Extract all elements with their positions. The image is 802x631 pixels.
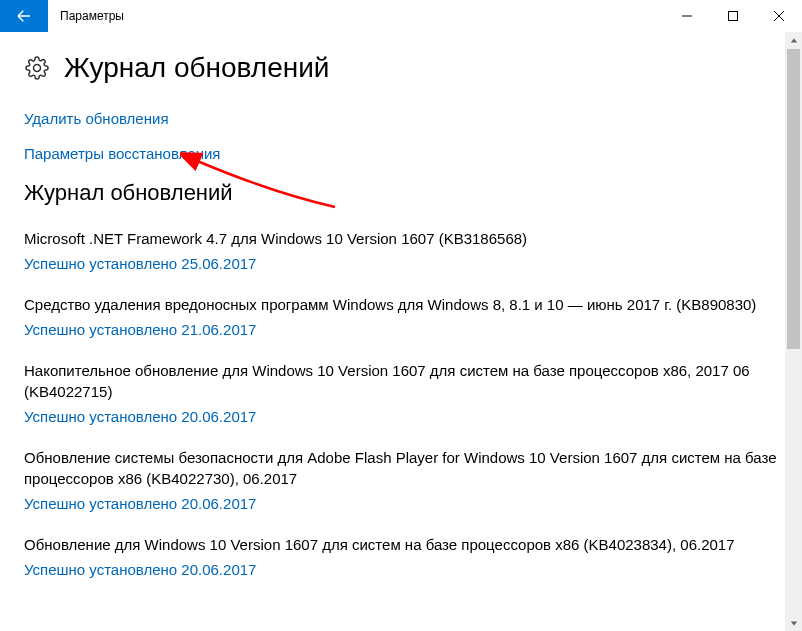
scroll-down-button[interactable] bbox=[785, 614, 802, 631]
update-status[interactable]: Успешно установлено 20.06.2017 bbox=[24, 561, 778, 578]
window-title: Параметры bbox=[48, 0, 124, 32]
update-status[interactable]: Успешно установлено 25.06.2017 bbox=[24, 255, 778, 272]
content-area: Журнал обновлений Удалить обновления Пар… bbox=[0, 32, 802, 631]
back-button[interactable] bbox=[0, 0, 48, 32]
maximize-icon bbox=[728, 11, 738, 21]
page-title: Журнал обновлений bbox=[64, 52, 329, 84]
svg-rect-0 bbox=[729, 12, 738, 21]
close-button[interactable] bbox=[756, 0, 802, 32]
update-name: Обновление системы безопасности для Adob… bbox=[24, 447, 778, 489]
update-item: Обновление системы безопасности для Adob… bbox=[24, 447, 778, 512]
update-status[interactable]: Успешно установлено 21.06.2017 bbox=[24, 321, 778, 338]
update-item: Microsoft .NET Framework 4.7 для Windows… bbox=[24, 228, 778, 272]
update-item: Накопительное обновление для Windows 10 … bbox=[24, 360, 778, 425]
maximize-button[interactable] bbox=[710, 0, 756, 32]
uninstall-updates-link[interactable]: Удалить обновления bbox=[24, 110, 778, 127]
scrollbar[interactable] bbox=[785, 32, 802, 631]
update-status[interactable]: Успешно установлено 20.06.2017 bbox=[24, 408, 778, 425]
scroll-thumb[interactable] bbox=[787, 49, 800, 349]
update-name: Обновление для Windows 10 Version 1607 д… bbox=[24, 534, 778, 555]
arrow-left-icon bbox=[15, 7, 33, 25]
titlebar: Параметры bbox=[0, 0, 802, 32]
gear-icon bbox=[24, 55, 50, 81]
update-name: Средство удаления вредоносных программ W… bbox=[24, 294, 778, 315]
chevron-down-icon bbox=[790, 619, 798, 627]
update-name: Microsoft .NET Framework 4.7 для Windows… bbox=[24, 228, 778, 249]
chevron-up-icon bbox=[790, 37, 798, 45]
window-controls bbox=[664, 0, 802, 32]
titlebar-spacer bbox=[124, 0, 664, 32]
section-heading: Журнал обновлений bbox=[24, 180, 778, 206]
update-item: Обновление для Windows 10 Version 1607 д… bbox=[24, 534, 778, 578]
close-icon bbox=[774, 11, 784, 21]
update-item: Средство удаления вредоносных программ W… bbox=[24, 294, 778, 338]
recovery-options-link[interactable]: Параметры восстановления bbox=[24, 145, 778, 162]
scroll-up-button[interactable] bbox=[785, 32, 802, 49]
update-status[interactable]: Успешно установлено 20.06.2017 bbox=[24, 495, 778, 512]
minimize-button[interactable] bbox=[664, 0, 710, 32]
page-header: Журнал обновлений bbox=[24, 52, 778, 84]
minimize-icon bbox=[682, 11, 692, 21]
update-name: Накопительное обновление для Windows 10 … bbox=[24, 360, 778, 402]
